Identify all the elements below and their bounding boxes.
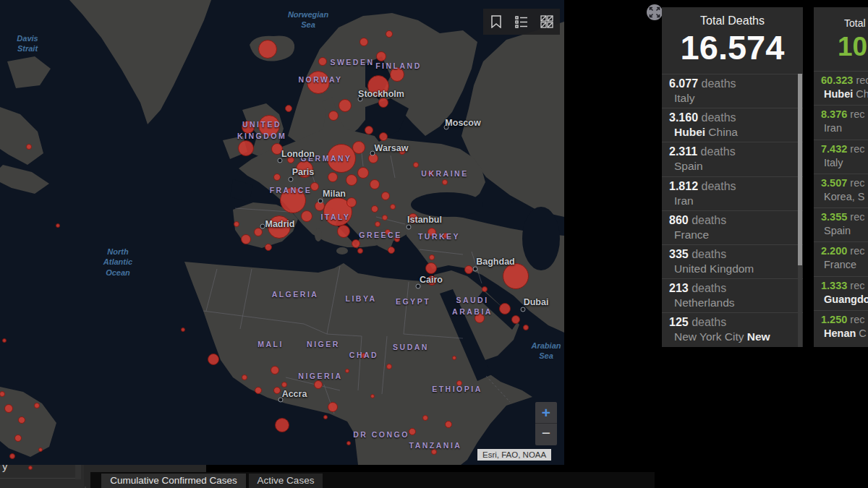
stat-unit: rec <box>847 143 864 155</box>
total-deaths-panel: Total Deaths 16.574 6.077 deathsItaly3.1… <box>662 7 803 347</box>
city-label: Madrid <box>265 219 295 229</box>
map-label-layer: Davis StraitNorwegian SeaNorth Atlantic … <box>0 0 564 465</box>
stat-region-bold: Hubei <box>674 126 705 138</box>
death-list-item[interactable]: 213 deathsNetherlands <box>662 278 803 312</box>
stat-value: 60.323 <box>821 74 853 86</box>
recovered-list: 60.323 recHubei Ch8.376 recIran7.432 rec… <box>814 71 868 344</box>
recovered-list-item[interactable]: 1.333 recGuangdo <box>814 276 868 310</box>
stat-line1: 6.077 deaths <box>669 77 796 90</box>
country-label: SUDAN <box>393 342 429 354</box>
total-deaths-title: Total Deaths <box>662 14 803 27</box>
stat-line1: 3.507 rec <box>821 177 868 189</box>
stat-line1: 1.812 deaths <box>669 180 796 193</box>
recovered-list-item[interactable]: 60.323 recHubei Ch <box>814 71 868 105</box>
country-label: DR CONGO <box>353 429 409 441</box>
stat-unit: deaths <box>698 77 736 90</box>
city-label: Paris <box>292 167 315 177</box>
stat-region-text: C <box>856 328 867 339</box>
total-recovered-title: Total <box>844 17 866 29</box>
stat-region-text: Iran <box>674 194 694 207</box>
stat-region-text: Ch <box>853 88 868 100</box>
sea-label: Arabian Sea <box>532 341 561 361</box>
stat-unit: rec <box>847 314 864 325</box>
stat-region: Italy <box>821 157 868 168</box>
city-label: Accra <box>282 389 307 399</box>
country-label: FRANCE <box>270 185 312 197</box>
city-label: Baghdad <box>476 257 514 267</box>
stat-line1: 8.376 rec <box>821 108 868 120</box>
stat-value: 1.812 <box>669 180 698 192</box>
recovered-list-item[interactable]: 7.432 recItaly <box>814 140 868 174</box>
stat-line1: 2.200 rec <box>821 245 868 257</box>
stat-region: Guangdo <box>821 294 868 305</box>
basemap-icon[interactable] <box>537 12 556 31</box>
deaths-list-scrollbar-thumb[interactable] <box>798 74 802 265</box>
total-recovered-panel: Total 101 60.323 recHubei Ch8.376 recIra… <box>814 7 868 347</box>
stat-region: Hubei China <box>669 126 796 139</box>
stat-unit: deaths <box>689 248 726 260</box>
death-list-item[interactable]: 1.812 deathsIran <box>662 176 803 210</box>
stat-region-text: China <box>705 126 738 138</box>
total-recovered-value: 101 <box>838 32 868 62</box>
country-label: NIGER <box>307 339 340 351</box>
zoom-in-button[interactable]: + <box>535 402 557 424</box>
bookmark-icon[interactable] <box>487 12 506 31</box>
recovered-list-item[interactable]: 8.376 recIran <box>814 105 868 139</box>
stat-unit: rec <box>847 108 864 120</box>
tab-cumulative-confirmed-cases[interactable]: Cumulative Confirmed Cases <box>101 474 246 488</box>
stat-line1: 860 deaths <box>669 214 796 227</box>
country-label: GREECE <box>359 230 401 241</box>
stat-region: Iran <box>821 122 868 134</box>
stat-unit: rec <box>847 211 864 223</box>
recovered-list-item[interactable]: 1.250 recHenan C <box>814 310 868 344</box>
recovered-list-item[interactable]: 2.200 recFrance <box>814 241 868 275</box>
country-label: ITALY <box>320 212 350 223</box>
city-dot <box>473 267 478 272</box>
death-list-item[interactable]: 2.311 deathsSpain <box>662 142 803 176</box>
stat-region: France <box>821 259 868 270</box>
tab-active-cases[interactable]: Active Cases <box>249 474 323 488</box>
death-list-item[interactable]: 6.077 deathsItaly <box>662 74 803 108</box>
country-label: SWEDEN <box>330 57 374 69</box>
death-list-item[interactable]: 860 deathsFrance <box>662 210 803 244</box>
expand-panel-icon[interactable] <box>646 4 663 21</box>
recovered-list-item[interactable]: 3.355 recSpain <box>814 207 868 241</box>
city-label: Moscow <box>445 118 480 128</box>
stat-unit: rec <box>853 74 868 86</box>
stat-region: Iran <box>669 194 796 207</box>
stat-unit: deaths <box>689 316 726 328</box>
stat-unit: deaths <box>689 282 726 294</box>
legend-icon[interactable] <box>512 12 531 31</box>
death-list-item[interactable]: 3.160 deathsHubei China <box>662 108 803 142</box>
death-list-item[interactable]: 125 deathsNew York City New <box>662 312 803 346</box>
stat-line1: 3.355 rec <box>821 211 868 223</box>
stat-value: 125 <box>669 316 689 328</box>
death-list-item[interactable]: 335 deathsUnited Kingdom <box>662 244 803 278</box>
stat-region: United Kingdom <box>669 262 796 275</box>
stat-region-bold: Hubei <box>824 88 853 100</box>
country-label: ETHIOPIA <box>432 384 482 395</box>
stat-region: Korea, S <box>821 191 868 202</box>
map-attribution: Esri, FAO, NOAA <box>477 449 551 461</box>
stat-line1: 125 deaths <box>669 316 796 329</box>
stat-region: Netherlands <box>669 296 796 309</box>
zoom-out-button[interactable]: − <box>535 424 557 445</box>
stat-unit: deaths <box>698 111 736 124</box>
stat-unit: deaths <box>689 214 726 226</box>
stat-line1: 1.250 rec <box>821 314 868 325</box>
stat-line1: 3.160 deaths <box>669 111 796 124</box>
country-label: EGYPT <box>396 296 430 308</box>
city-label: London <box>281 149 315 159</box>
stat-value: 3.160 <box>669 111 698 124</box>
stat-region-text: Netherlands <box>674 296 735 309</box>
world-map[interactable]: Davis StraitNorwegian SeaNorth Atlantic … <box>0 0 564 465</box>
country-label: TANZANIA <box>409 440 462 452</box>
city-label: Cairo <box>420 275 443 285</box>
stat-value: 1.333 <box>821 280 847 291</box>
stat-region: Spain <box>821 225 868 236</box>
stat-region-text: Spain <box>674 160 703 172</box>
recovered-list-item[interactable]: 3.507 recKorea, S <box>814 174 868 207</box>
sea-label: North Atlantic Ocean <box>103 247 132 278</box>
sea-label: Davis Strait <box>17 33 38 54</box>
stat-region: Hubei Ch <box>821 88 868 100</box>
